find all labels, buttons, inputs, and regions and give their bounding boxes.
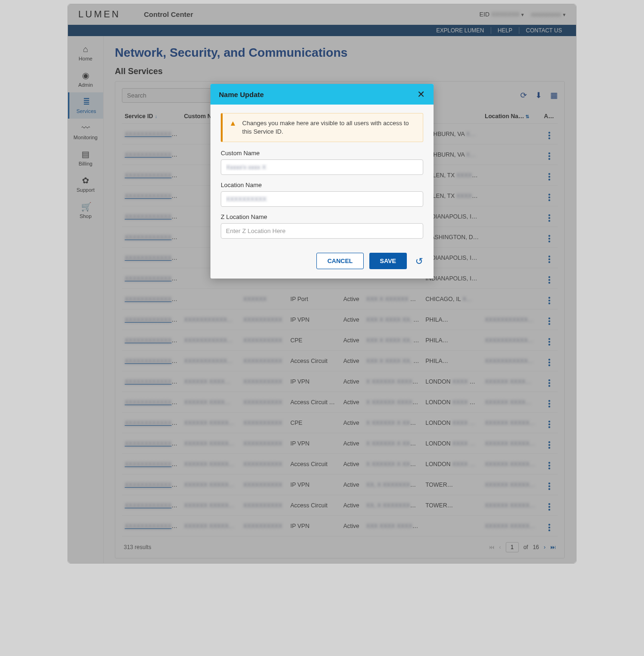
warning-text: Changes you make here are visible to all…	[242, 119, 416, 136]
cancel-button[interactable]: CANCEL	[316, 253, 363, 269]
warning-icon: ▲	[229, 119, 237, 136]
z-location-label: Z Location Name	[221, 213, 423, 220]
modal-actions: CANCEL SAVE ↺	[210, 249, 434, 279]
location-name-input[interactable]	[221, 191, 423, 207]
modal-body: ▲ Changes you make here are visible to a…	[210, 105, 434, 249]
reset-icon[interactable]: ↺	[415, 256, 423, 267]
warning-banner: ▲ Changes you make here are visible to a…	[221, 113, 423, 142]
modal-title: Name Update	[219, 90, 264, 98]
modal-overlay: Name Update ✕ ▲ Changes you make here ar…	[68, 4, 576, 563]
z-location-input[interactable]	[221, 223, 423, 239]
custom-name-label: Custom Name	[221, 150, 423, 157]
app-frame: LUMEN Control Center EID XXXXXXX ▾ xxxxx…	[67, 4, 577, 564]
name-update-modal: Name Update ✕ ▲ Changes you make here ar…	[210, 84, 434, 279]
location-name-label: Location Name	[221, 181, 423, 189]
close-icon[interactable]: ✕	[417, 90, 425, 99]
save-button[interactable]: SAVE	[369, 253, 407, 269]
custom-name-input[interactable]	[221, 159, 423, 175]
modal-header: Name Update ✕	[210, 84, 434, 105]
